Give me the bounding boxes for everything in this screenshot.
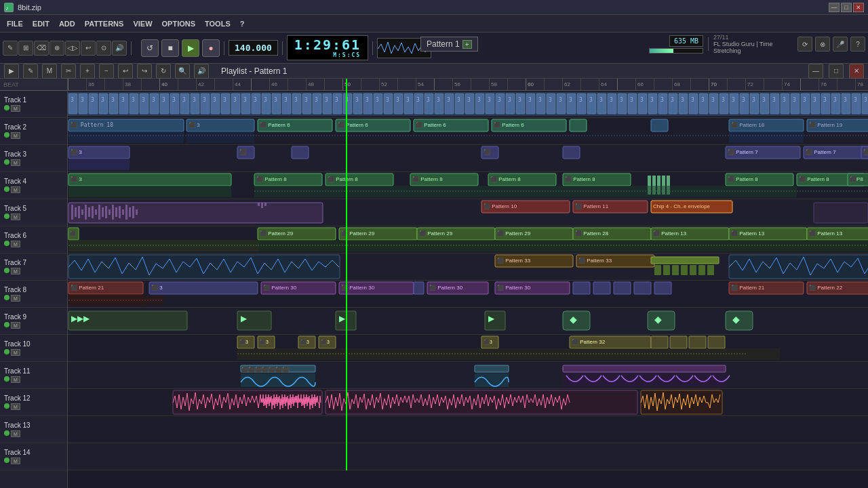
pattern-selector[interactable]: Pattern 1 +: [420, 37, 478, 52]
track-row-9[interactable]: ▶▶▶ ▶ ▶ ▶ ◆ ◆ ◆: [68, 308, 868, 335]
track-row-7[interactable]: ⬛ Pattern 33 ⬛ Pattern 33: [68, 253, 868, 281]
track-mute-1[interactable]: M: [11, 105, 20, 112]
track-mute-2[interactable]: M: [11, 132, 20, 139]
play-button[interactable]: ▶: [182, 39, 199, 57]
track-row-11[interactable]: ⬛⬛⬛⬛⬛⬛⬛: [68, 362, 868, 389]
track-active-1[interactable]: [4, 105, 9, 110]
track-mute-9[interactable]: M: [11, 322, 20, 329]
track-active-3[interactable]: [4, 159, 9, 165]
svg-text:3: 3: [498, 97, 501, 103]
track-active-2[interactable]: [4, 132, 9, 138]
playlist-draw-btn[interactable]: ✎: [23, 64, 38, 79]
track-row-14[interactable]: [68, 443, 868, 470]
menu-file[interactable]: FILE: [3, 18, 27, 29]
record-button[interactable]: ●: [202, 39, 220, 57]
track-row-13[interactable]: [68, 416, 868, 443]
playlist-zoomout-btn[interactable]: −: [99, 64, 114, 79]
playlist-close-btn[interactable]: ✕: [849, 64, 864, 79]
menu-add[interactable]: ADD: [55, 18, 79, 29]
menu-edit[interactable]: EDIT: [28, 18, 54, 29]
svg-rect-309: [614, 282, 631, 294]
svg-text:◆: ◆: [732, 314, 740, 325]
tool-btn-6[interactable]: ↩: [81, 41, 96, 56]
stop-button[interactable]: ■: [161, 39, 179, 57]
tool-btn-2[interactable]: ⊞: [18, 41, 33, 56]
playlist-loop-btn[interactable]: ↻: [156, 64, 171, 79]
playlist-play-btn[interactable]: ▶: [4, 64, 19, 79]
tool-btn-5[interactable]: ◁▷: [65, 41, 80, 56]
track-active-5[interactable]: [4, 214, 9, 219]
track-row-3[interactable]: ⬛ 3 ⬛ ⬛ ⬛ Pattern 7 ⬛ Pattern 7 ⬛P7: [68, 145, 868, 172]
track-mute-7[interactable]: M: [11, 268, 20, 274]
playlist-zoomin-btn[interactable]: +: [80, 64, 95, 79]
track-row-6[interactable]: ⬛ ⬛ Pattern 29 ⬛ Pattern 29 ⬛ Pattern 29…: [68, 226, 868, 253]
track-row-8[interactable]: ⬛ Pattern 21 ⬛ 3 ⬛ Pattern 30 ⬛ Pattern …: [68, 281, 868, 308]
close-button[interactable]: ✕: [853, 3, 864, 12]
track-active-11[interactable]: [4, 376, 9, 382]
tool-btn-7[interactable]: ⊙: [96, 41, 111, 56]
track-row-4[interactable]: ⬛ 3 ⬛ Pattern 8 ⬛ Pattern 8 ⬛ Pattern 8 …: [68, 172, 868, 199]
track-mute-13[interactable]: M: [11, 430, 20, 437]
playlist-min-btn[interactable]: —: [808, 64, 823, 79]
menu-view[interactable]: VIEW: [129, 18, 156, 29]
track-mute-6[interactable]: M: [11, 241, 20, 247]
svg-text:⬛ Pattern 29: ⬛ Pattern 29: [497, 230, 531, 237]
tool-btn-1[interactable]: ✎: [3, 41, 18, 56]
track-active-14[interactable]: [4, 458, 9, 463]
tool-btn-3[interactable]: ⌫: [34, 41, 49, 56]
track-active-12[interactable]: [4, 403, 9, 409]
bpm-display[interactable]: 140.000: [229, 40, 278, 56]
track-mute-5[interactable]: M: [11, 214, 20, 220]
track-row-5[interactable]: ⬛ Pattern 10 ⬛ Pattern 11 Chip 4 - Ch..e…: [68, 199, 868, 226]
track-mute-4[interactable]: M: [11, 186, 20, 193]
minimize-button[interactable]: —: [829, 3, 840, 12]
menu-tools[interactable]: TOOLS: [201, 18, 235, 29]
menu-help[interactable]: ?: [236, 18, 249, 29]
tool-btn-8[interactable]: 🔊: [112, 41, 127, 56]
playlist-search-btn[interactable]: 🔍: [175, 64, 190, 79]
track-active-9[interactable]: [4, 322, 9, 327]
plugin-btn[interactable]: ⊗: [815, 37, 830, 52]
track-active-4[interactable]: [4, 186, 9, 192]
track-mute-11[interactable]: M: [11, 376, 20, 383]
svg-text:⬛ Pattern 11: ⬛ Pattern 11: [575, 203, 609, 209]
track-row-1[interactable]: 333 333 333 333 333 333 333 333 333 333 …: [68, 91, 868, 118]
track-active-7[interactable]: [4, 268, 9, 273]
track-mute-12[interactable]: M: [11, 403, 20, 410]
ruler-mark-57: [471, 79, 489, 90]
playlist-redo-btn[interactable]: ↪: [137, 64, 152, 79]
track-active-6[interactable]: [4, 241, 9, 246]
playlist-max-btn[interactable]: □: [829, 64, 844, 79]
link-btn[interactable]: ⟳: [797, 37, 812, 52]
svg-rect-249: [264, 203, 267, 206]
track-row-2[interactable]: ⬛ Pattern 18 ⬛ 3 ⬛ Pattern 6 ⬛ Pattern 6…: [68, 118, 868, 145]
playlist-mute-btn[interactable]: M: [42, 64, 57, 79]
playlist-undo-btn[interactable]: ↩: [118, 64, 133, 79]
menu-options[interactable]: OPTIONS: [158, 18, 200, 29]
pattern-add-icon[interactable]: +: [462, 40, 472, 49]
rewind-button[interactable]: ↺: [141, 39, 159, 57]
track-active-10[interactable]: [4, 349, 9, 354]
svg-rect-242: [122, 209, 124, 215]
track-row-10[interactable]: ⬛3 ⬛3 ⬛3 ⬛3 ⬛3 ⬛ Pattern 32: [68, 335, 868, 362]
mic-btn[interactable]: 🎤: [833, 37, 848, 52]
playlist-speaker-btn[interactable]: 🔊: [194, 64, 209, 79]
track-label-10: Track 10 M: [0, 335, 67, 362]
sep1: [131, 41, 132, 55]
track-mute-8[interactable]: M: [11, 295, 20, 302]
playlist-cut-btn[interactable]: ✂: [61, 64, 76, 79]
svg-text:3: 3: [406, 97, 410, 103]
maximize-button[interactable]: □: [841, 3, 852, 12]
help-btn2[interactable]: ?: [850, 37, 865, 52]
menu-patterns[interactable]: PATTERNS: [81, 18, 128, 29]
track-active-13[interactable]: [4, 430, 9, 436]
track-row-12[interactable]: [68, 389, 868, 416]
track-mute-10[interactable]: M: [11, 349, 20, 356]
track-content[interactable]: 3638404244464850525456586062646668707274…: [68, 79, 868, 488]
track-mute-3[interactable]: M: [11, 159, 20, 166]
svg-text:3: 3: [620, 97, 623, 103]
svg-text:3: 3: [254, 97, 257, 103]
track-mute-14[interactable]: M: [11, 458, 20, 464]
tool-btn-4[interactable]: ⊕: [50, 41, 64, 56]
track-active-8[interactable]: [4, 295, 9, 300]
